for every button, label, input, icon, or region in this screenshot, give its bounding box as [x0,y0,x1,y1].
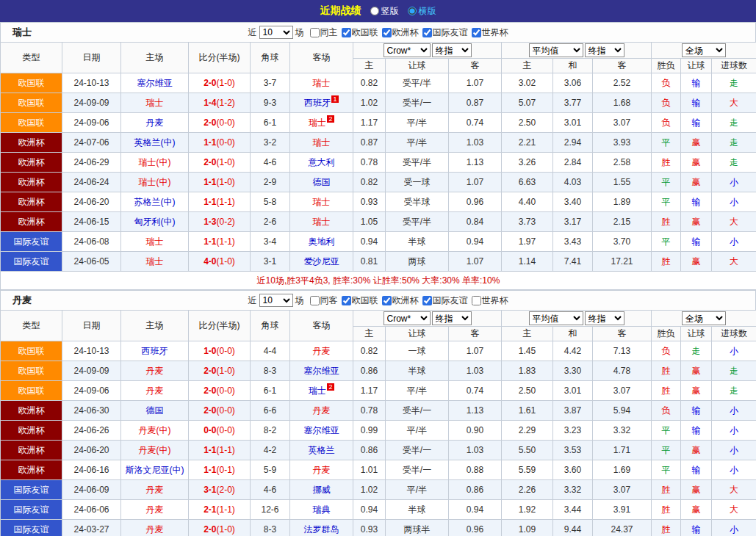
away-team[interactable]: 瑞士 [290,73,353,93]
avg-odds-value: 4.03 [553,173,593,192]
filter-checkbox[interactable] [310,296,320,305]
home-team[interactable]: 瑞士(中) [121,173,189,192]
result-value: 赢 [681,153,712,173]
away-team[interactable]: 法罗群岛 [290,520,353,536]
sub-col-avg-home: 主 [502,327,553,341]
scope-select[interactable]: 全场 [682,311,726,325]
home-team[interactable]: 丹麦 [121,520,189,536]
home-team[interactable]: 苏格兰(中) [121,192,189,212]
home-team[interactable]: 丹麦(中) [121,421,189,441]
away-team[interactable]: 英格兰 [290,441,353,460]
away-team[interactable]: 西班牙1 [290,93,353,113]
home-team[interactable]: 丹麦 [121,113,189,133]
home-team[interactable]: 西班牙 [121,341,189,361]
away-team[interactable]: 瑞士 [290,212,353,232]
odds-value: 0.82 [353,173,386,192]
filter-checkbox[interactable] [310,28,320,37]
bookmaker-select[interactable]: Crow* [384,311,431,325]
result-value: 平 [652,232,681,252]
filter-国际友谊[interactable]: 国际友谊 [422,26,468,39]
filter-欧洲杯[interactable]: 欧洲杯 [382,26,419,39]
odds-stage-select[interactable]: 终指 [432,311,472,325]
results-tbody: 欧国联24-10-13塞尔维亚2-0(1-0)3-7瑞士0.82受平/半1.07… [1,73,756,272]
col-header-home: 主场 [121,43,189,73]
match-count-select[interactable]: 10 [259,294,293,307]
home-team[interactable]: 瑞士 [121,93,189,113]
avg-odds-value: 1.45 [502,341,553,361]
away-team[interactable]: 丹麦 [290,401,353,421]
away-team[interactable]: 德国 [290,173,353,192]
vertical-layout-radio[interactable] [370,7,379,15]
away-team[interactable]: 瑞士2 [290,113,353,133]
away-team[interactable]: 意大利 [290,153,353,173]
filter-世界杯[interactable]: 世界杯 [472,26,508,39]
away-team[interactable]: 瑞士2 [290,381,353,401]
home-team[interactable]: 瑞士 [121,232,189,252]
home-team[interactable]: 丹麦 [121,381,189,401]
match-count-select[interactable]: 10 [259,26,293,39]
away-team[interactable]: 挪威 [290,480,353,500]
away-team[interactable]: 塞尔维亚 [290,421,353,441]
result-value: 走 [712,381,756,401]
home-team[interactable]: 瑞士 [121,252,189,272]
away-team[interactable]: 奥地利 [290,232,353,252]
avg-odds-value: 1.71 [593,441,652,460]
result-value: 胜 [652,480,681,500]
filter-checkbox[interactable] [342,296,351,305]
filter-国际友谊[interactable]: 国际友谊 [422,294,468,307]
filter-checkbox[interactable] [472,28,481,37]
home-team[interactable]: 丹麦(中) [121,441,189,460]
filter-欧国联[interactable]: 欧国联 [342,294,378,307]
home-team[interactable]: 德国 [121,401,189,421]
layout-option-vertical[interactable]: 竖版 [370,5,399,18]
layout-option-horizontal[interactable]: 横版 [408,5,436,18]
avg-odds-value: 17.21 [593,252,652,272]
home-team[interactable]: 英格兰(中) [121,133,189,153]
filter-checkbox[interactable] [472,296,481,305]
horizontal-layout-radio[interactable] [408,7,417,15]
away-team[interactable]: 瑞士 [290,133,353,153]
odds-value: 0.94 [449,500,502,520]
score: 1-4(1-2) [189,93,251,113]
away-team[interactable]: 丹麦 [290,460,353,480]
bookmaker-select[interactable]: Crow* [384,43,431,57]
filter-同客[interactable]: 同客 [310,294,338,307]
filter-checkbox[interactable] [342,28,351,37]
odds-value: 0.86 [353,441,386,460]
home-team[interactable]: 匈牙利(中) [121,212,189,232]
away-team[interactable]: 爱沙尼亚 [290,252,353,272]
average-select[interactable]: 平均值 [529,311,583,325]
scope-select[interactable]: 全场 [682,43,726,57]
score: 3-1(2-0) [189,480,251,500]
home-team[interactable]: 斯洛文尼亚(中) [121,460,189,480]
avg-odds-value: 7.41 [553,252,593,272]
home-team[interactable]: 丹麦 [121,500,189,520]
filter-checkbox[interactable] [422,296,432,305]
filter-世界杯[interactable]: 世界杯 [472,294,508,307]
home-team[interactable]: 瑞士(中) [121,153,189,173]
avg-stage-select[interactable]: 终指 [585,43,624,57]
filter-欧洲杯[interactable]: 欧洲杯 [382,294,419,307]
average-odds-header: 平均值终指 [502,311,652,327]
filter-checkbox[interactable] [422,28,432,37]
home-team[interactable]: 丹麦 [121,480,189,500]
match-row: 欧国联24-09-06丹麦2-0(0-0)6-1瑞士21.17平/半0.742.… [1,381,756,401]
away-team[interactable]: 瑞典 [290,500,353,520]
home-team[interactable]: 丹麦 [121,361,189,381]
odds-stage-select[interactable]: 终指 [432,43,472,57]
team-name-text: 西班牙 [142,346,168,356]
competition-badge: 欧洲杯 [1,192,62,212]
average-select[interactable]: 平均值 [529,43,583,57]
filter-checkbox[interactable] [382,296,392,305]
score: 2-0(1-0) [189,520,251,536]
away-team[interactable]: 塞尔维亚 [290,361,353,381]
away-team[interactable]: 丹麦 [290,341,353,361]
away-team[interactable]: 瑞士 [290,192,353,212]
filter-欧国联[interactable]: 欧国联 [342,26,378,39]
home-team[interactable]: 塞尔维亚 [121,73,189,93]
filter-同主[interactable]: 同主 [310,26,338,39]
col-header-score: 比分(半场) [189,43,251,73]
competition-badge: 欧国联 [1,361,62,381]
filter-checkbox[interactable] [382,28,392,37]
avg-stage-select[interactable]: 终指 [585,311,624,325]
